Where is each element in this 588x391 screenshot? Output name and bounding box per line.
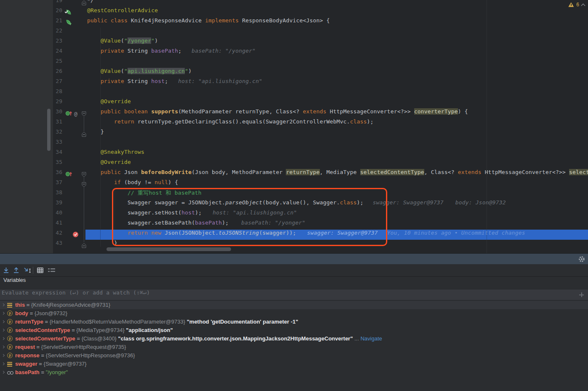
spring-bean-nav-icon[interactable] bbox=[65, 19, 72, 27]
value-icon bbox=[7, 302, 13, 308]
line-number: 23 bbox=[50, 37, 62, 48]
line-number: 43 bbox=[50, 240, 62, 250]
code-editor[interactable]: 19*/20@RestControllerAdvice21public clas… bbox=[0, 0, 588, 253]
annotation-gutter-icon[interactable]: @ bbox=[74, 110, 77, 118]
line-number: 39 bbox=[50, 199, 62, 209]
code-line-30[interactable]: public boolean supports(MethodParameter … bbox=[87, 108, 468, 118]
chevron-right-icon[interactable] bbox=[2, 371, 5, 374]
line-number: 35 bbox=[50, 159, 62, 169]
upload-watches-icon[interactable] bbox=[13, 267, 20, 276]
variables-header: Variables bbox=[0, 277, 588, 289]
gear-icon[interactable] bbox=[578, 255, 585, 263]
code-line-32[interactable]: } bbox=[87, 129, 104, 139]
warning-icon bbox=[568, 3, 574, 7]
variables-label: Variables bbox=[3, 277, 26, 289]
breakpoint-hit-icon[interactable] bbox=[72, 231, 79, 239]
code-line-26[interactable]: @Value("api.liushigong.cn") bbox=[87, 68, 192, 78]
fold-marker-down[interactable] bbox=[82, 171, 86, 179]
line-number: 41 bbox=[50, 220, 62, 230]
line-number: 36 bbox=[50, 169, 62, 179]
code-line-24[interactable]: private String basePath;basePath: "/yong… bbox=[87, 48, 255, 58]
code-line-29[interactable]: @Override bbox=[87, 98, 131, 108]
line-number: 28 bbox=[50, 88, 62, 98]
chevron-right-icon[interactable] bbox=[2, 337, 5, 340]
code-line-31[interactable]: return returnType.getDeclaringClass().eq… bbox=[87, 118, 374, 129]
line-number: 30 bbox=[50, 108, 62, 118]
override-method-icon[interactable] bbox=[65, 110, 73, 118]
variable-row-returnType[interactable]: preturnType = {HandlerMethod$ReturnValue… bbox=[0, 318, 588, 326]
code-line-21[interactable]: public class Knife4jResponseAdvice imple… bbox=[87, 17, 330, 27]
chevron-right-icon[interactable] bbox=[2, 345, 5, 348]
code-line-20[interactable]: @RestControllerAdvice bbox=[87, 7, 158, 17]
line-number: 37 bbox=[50, 179, 62, 189]
override-method-icon[interactable] bbox=[65, 171, 73, 179]
chevron-right-icon[interactable] bbox=[2, 354, 5, 357]
debugger-toolbar bbox=[0, 264, 588, 276]
line-number: 22 bbox=[50, 27, 62, 37]
chevron-up-icon[interactable] bbox=[581, 3, 585, 8]
evaluate-placeholder: Evaluate expression (↵) or add a watch (… bbox=[2, 289, 150, 300]
variables-list: this = {Knife4jResponseAdvice@9731}pbody… bbox=[0, 300, 588, 391]
line-number: 38 bbox=[50, 189, 62, 199]
variable-row-body[interactable]: pbody = {Json@9732} bbox=[0, 309, 588, 318]
variable-row-this[interactable]: this = {Knife4jResponseAdvice@9731} bbox=[0, 301, 588, 309]
fold-range-line bbox=[84, 117, 84, 131]
fold-marker-up[interactable] bbox=[82, 131, 86, 139]
line-number: 42 bbox=[50, 230, 62, 240]
parameter-icon: p bbox=[7, 344, 13, 350]
add-watch-plus-icon[interactable] bbox=[579, 292, 584, 297]
parameter-icon: p bbox=[7, 311, 13, 316]
line-number: 20 bbox=[50, 7, 62, 17]
line-number: 32 bbox=[50, 129, 62, 139]
watch-icon bbox=[7, 370, 13, 375]
parameter-icon: p bbox=[7, 336, 13, 341]
parameter-icon: p bbox=[7, 319, 13, 324]
code-line-35[interactable]: @Override bbox=[87, 159, 131, 169]
parameter-icon: p bbox=[7, 353, 13, 358]
toolbar-separator bbox=[33, 267, 33, 274]
right-margin-guide-on-exec bbox=[487, 230, 487, 240]
horizontal-scrollbar-thumb[interactable] bbox=[106, 247, 231, 251]
debugger-header-strip bbox=[0, 253, 588, 264]
code-line-36[interactable]: public Json beforeBodyWrite(Json body, M… bbox=[87, 169, 588, 179]
code-line-23[interactable]: @Value("/yonger") bbox=[87, 37, 158, 48]
variable-row-swagger[interactable]: swagger = {Swagger@9737} bbox=[0, 360, 588, 368]
variable-row-request[interactable]: prequest = {ServletServerHttpRequest@973… bbox=[0, 343, 588, 351]
line-number: 24 bbox=[50, 48, 62, 58]
code-line-19[interactable]: */ bbox=[87, 0, 94, 7]
chevron-right-icon[interactable] bbox=[2, 362, 5, 365]
fold-marker-up[interactable] bbox=[82, 0, 86, 7]
code-line-34[interactable]: @SneakyThrows bbox=[87, 149, 144, 159]
left-tool-panel bbox=[0, 0, 53, 253]
fold-marker-down[interactable] bbox=[82, 182, 86, 189]
evaluate-expression-bar[interactable]: Evaluate expression (↵) or add a watch (… bbox=[0, 289, 588, 300]
line-number: 27 bbox=[50, 78, 62, 88]
chevron-right-icon[interactable] bbox=[2, 312, 5, 315]
evaluate-table-icon[interactable] bbox=[37, 267, 44, 276]
chevron-right-icon[interactable] bbox=[2, 320, 5, 323]
chevron-right-icon[interactable] bbox=[2, 329, 5, 332]
warning-count: 6 bbox=[576, 2, 579, 8]
fold-marker-down[interactable] bbox=[82, 111, 86, 118]
fold-marker-up[interactable] bbox=[82, 242, 86, 250]
annotation-highlight-box bbox=[112, 188, 387, 246]
code-line-27[interactable]: private String host;host: "api.liushigon… bbox=[87, 78, 262, 88]
chevron-right-icon[interactable] bbox=[2, 303, 5, 306]
spring-bean-icon[interactable] bbox=[65, 9, 72, 17]
line-number: 40 bbox=[50, 209, 62, 220]
variable-row-selectedConverterType[interactable]: pselectedConverterType = {Class@3400} "c… bbox=[0, 335, 588, 343]
layout-settings-icon[interactable] bbox=[48, 267, 56, 276]
variable-row-basePath[interactable]: basePath = "/yonger" bbox=[0, 368, 588, 377]
parameter-icon: p bbox=[7, 327, 13, 333]
right-margin-guide bbox=[487, 0, 487, 253]
download-watches-icon[interactable] bbox=[3, 267, 10, 276]
add-to-watches-icon[interactable] bbox=[24, 267, 32, 276]
inspections-widget[interactable]: 6 bbox=[568, 1, 585, 8]
line-number: 21 bbox=[50, 17, 62, 27]
ide-window: 19*/20@RestControllerAdvice21public clas… bbox=[0, 0, 588, 391]
line-number: 26 bbox=[50, 68, 62, 78]
line-number: 31 bbox=[50, 118, 62, 129]
variable-row-selectedContentType[interactable]: pselectedContentType = {MediaType@9734} … bbox=[0, 326, 588, 335]
line-number: 34 bbox=[50, 149, 62, 159]
variable-row-response[interactable]: presponse = {ServletServerHttpResponse@9… bbox=[0, 351, 588, 360]
